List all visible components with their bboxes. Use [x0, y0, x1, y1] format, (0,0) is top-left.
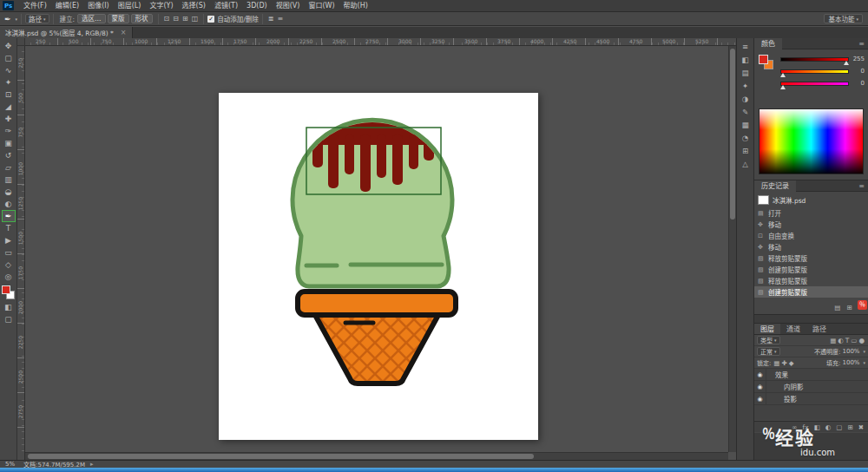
collapsed-swatches-icon[interactable]: ▤ [739, 67, 753, 80]
menu-3D(D)[interactable]: 3D(D) [242, 0, 272, 12]
lock-icon[interactable]: ✚ [780, 359, 787, 367]
gradient-tool[interactable]: ▥ [2, 174, 16, 186]
color-slider-G[interactable]: 0 [780, 65, 865, 77]
blur-tool[interactable]: ◒ [2, 186, 16, 198]
collapsed-brush-icon[interactable]: ✦ [739, 80, 753, 93]
menu-窗口(W)[interactable]: 窗口(W) [304, 0, 339, 12]
fill-value[interactable]: 100% [842, 359, 859, 366]
collapsed-properties-icon[interactable]: △ [739, 158, 753, 171]
auto-add-checkbox[interactable]: ✓ 自动添加/删除 [207, 14, 259, 23]
history-panel-button[interactable]: ▤ [833, 304, 841, 311]
slider-knob[interactable] [780, 73, 786, 77]
path-op-icon[interactable]: ⊟ [171, 15, 181, 23]
layer-filter-icon[interactable]: T [845, 337, 851, 344]
canvas-area[interactable]: 2505007501000125015001750200022502500275… [17, 38, 736, 460]
eyedropper-tool[interactable]: ◢ [2, 101, 16, 113]
tab-history[interactable]: 历史记录 [754, 180, 796, 192]
horizontal-scrollbar[interactable] [25, 452, 728, 460]
history-item[interactable]: ▧释放剪贴蒙版 [754, 252, 868, 264]
slider-track[interactable] [780, 82, 849, 86]
status-flyout-arrow[interactable]: ▸ [90, 461, 94, 468]
panel-menu-icon[interactable]: ≡ [858, 180, 865, 192]
lasso-tool[interactable]: ∿ [2, 64, 16, 76]
layer-row[interactable]: ◉投影 [754, 393, 868, 405]
menu-图像(I)[interactable]: 图像(I) [83, 0, 114, 12]
visibility-eye-icon[interactable]: ◉ [754, 381, 766, 393]
color-panel-fg-swatch[interactable] [759, 55, 768, 64]
collapsed-adjustments-icon[interactable]: ≡ [739, 41, 753, 54]
menu-文件(F)[interactable]: 文件(F) [19, 0, 51, 12]
layers-panel-button[interactable]: ▢ [835, 423, 843, 431]
menu-图层(L)[interactable]: 图层(L) [114, 0, 146, 12]
tab-color[interactable]: 颜色 [754, 38, 782, 49]
lock-icon[interactable]: ▦ [773, 359, 780, 367]
layer-filter-icon[interactable]: ◐ [837, 337, 845, 344]
slider-knob[interactable] [844, 61, 849, 65]
zoom-level[interactable]: 5% [5, 461, 15, 468]
path-selection-tool[interactable]: ▶ [2, 234, 16, 246]
move-tool[interactable]: ✥ [2, 40, 16, 52]
color-slider-B[interactable]: 0 [780, 77, 865, 89]
collapsed-character-icon[interactable]: ✎ [739, 106, 753, 119]
eraser-tool[interactable]: ▱ [2, 161, 16, 174]
type-tool[interactable]: T [2, 222, 16, 234]
history-item[interactable]: ⊡自由变换 [754, 230, 868, 241]
path-op-icon[interactable]: ⊞ [181, 15, 190, 23]
layers-panel-button[interactable]: ✖ [858, 423, 865, 431]
vertical-scrollbar[interactable] [728, 46, 736, 452]
tool-preset-icon[interactable]: ✒ [0, 15, 14, 23]
visibility-eye-icon[interactable]: ◉ [754, 369, 766, 381]
history-item[interactable]: ▧创建剪贴蒙版 [754, 264, 868, 275]
clone-stamp-tool[interactable]: ▣ [2, 137, 16, 149]
collapsed-styles-icon[interactable]: ◧ [739, 54, 753, 67]
tab-路径[interactable]: 路径 [806, 324, 832, 334]
menu-选择(S)[interactable]: 选择(S) [178, 0, 210, 12]
path-op-icon[interactable]: ◫ [190, 15, 201, 23]
hand-tool[interactable]: ◇ [2, 259, 16, 271]
layer-filter-icon[interactable]: ▭ [850, 337, 858, 344]
zoom-tool[interactable]: ◎ [2, 271, 16, 283]
menu-帮助(H)[interactable]: 帮助(H) [339, 0, 372, 12]
healing-brush-tool[interactable]: ✚ [2, 113, 16, 125]
brush-tool[interactable]: ✑ [2, 125, 16, 137]
history-item[interactable]: ▤打开 [754, 207, 868, 219]
workspace-switcher[interactable]: 基本功能 ▾ [824, 14, 863, 23]
scoop[interactable] [293, 120, 452, 286]
tab-close-button[interactable]: × [121, 29, 127, 36]
color-spectrum-ramp[interactable] [759, 108, 864, 174]
menu-滤镜(T)[interactable]: 滤镜(T) [210, 0, 242, 12]
collapsed-navigator-icon[interactable]: ⊞ [739, 145, 753, 158]
layer-filter-icon[interactable]: ▦ [829, 337, 837, 344]
cone-body[interactable] [315, 315, 438, 384]
slider-knob[interactable] [780, 85, 786, 89]
panel-menu-icon[interactable]: ≡ [858, 38, 865, 49]
document-tab[interactable]: 冰淇淋.psd @ 5%(图层 4, RGB/8) * × [0, 27, 133, 38]
history-brush-tool[interactable]: ↺ [2, 149, 16, 161]
vertical-scrollbar-thumb[interactable] [730, 49, 735, 220]
rectangular-marquee-tool[interactable]: ▢ [2, 52, 16, 64]
cone-rim[interactable] [298, 292, 456, 315]
align-icon[interactable]: ≡ [276, 15, 286, 23]
blend-mode-select[interactable]: 正常 ▾ [757, 347, 780, 356]
collapsed-info-icon[interactable]: ◔ [739, 132, 753, 145]
tool-mode-select[interactable]: 路径 ▾ [25, 14, 49, 23]
make-button[interactable]: 形状 [131, 14, 153, 23]
history-panel-button[interactable]: ⊞ [845, 304, 852, 311]
quick-mask-mode-icon[interactable]: ◧ [2, 301, 16, 313]
collapsed-clone-source-icon[interactable]: ◑ [739, 93, 753, 106]
shape-tool[interactable]: ▭ [2, 246, 16, 259]
collapsed-paragraph-icon[interactable]: ▦ [739, 119, 753, 132]
menu-视图(V)[interactable]: 视图(V) [272, 0, 305, 12]
color-slider-R[interactable]: 255 [780, 53, 865, 65]
history-item[interactable]: ✥移动 [754, 241, 868, 252]
layers-panel-button[interactable]: ⊞ [846, 423, 853, 431]
opacity-value[interactable]: 100% [842, 348, 859, 355]
screen-mode-icon[interactable]: ▢ [2, 313, 16, 325]
menu-文字(Y)[interactable]: 文字(Y) [145, 0, 177, 12]
dodge-tool[interactable]: ◐ [2, 198, 16, 210]
history-snapshot[interactable]: 冰淇淋.psd [754, 193, 868, 206]
tab-图层[interactable]: 图层 [754, 324, 780, 334]
slider-track[interactable] [780, 57, 849, 62]
layer-row[interactable]: ◉内阴影 [754, 381, 868, 393]
slider-track[interactable] [780, 69, 849, 74]
